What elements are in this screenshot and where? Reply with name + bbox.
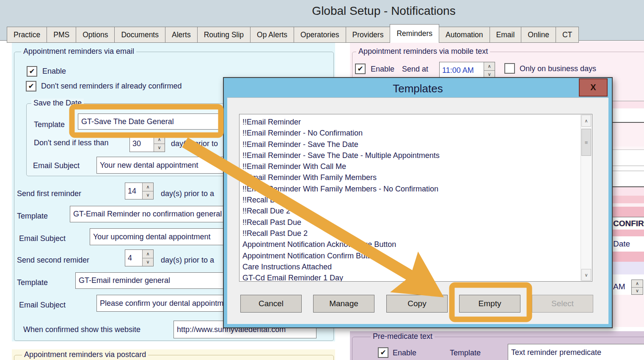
spin-down-button[interactable]: ∨ — [154, 144, 165, 152]
std-min-days-value: 30 — [130, 136, 154, 152]
tab-ct[interactable]: CT — [556, 27, 579, 43]
template-list-item[interactable]: !!Email Reminder - Save The Date - Multi… — [242, 150, 578, 161]
save-the-date-title: Save the Date — [31, 99, 84, 108]
std-template-field[interactable]: GT-Save The Date General — [78, 114, 219, 130]
std-min-days-stepper[interactable]: 30 ∧ ∨ — [129, 135, 165, 152]
template-list-item[interactable]: !!Email Reminder — [242, 116, 578, 127]
empty-button[interactable]: Empty — [459, 295, 520, 313]
check-icon: ✔ — [28, 82, 34, 91]
check-icon: ✔ — [380, 348, 386, 357]
template-list-item[interactable]: !!Recall Past Due — [242, 217, 578, 228]
second-subject-value: Please confirm your dental appointment — [100, 299, 234, 308]
spin-down-button[interactable]: ∨ — [143, 191, 153, 199]
tab-reminders[interactable]: Reminders — [390, 24, 439, 43]
caret-down-icon: ∨ — [157, 145, 161, 150]
std-subject-field[interactable]: Your new dental appointment — [96, 157, 243, 174]
spin-down-button[interactable]: ∨ — [632, 287, 643, 295]
template-list-item[interactable]: !!Email Reminder With Family Members - N… — [242, 183, 578, 194]
template-list-item[interactable]: GT-Cd Email Reminder 1 Day — [242, 272, 578, 282]
spin-up-button[interactable]: ∧ — [143, 183, 153, 191]
template-list-item[interactable]: !!Recall Due — [242, 194, 578, 205]
cancel-button[interactable]: Cancel — [240, 295, 302, 313]
copy-button[interactable]: Copy — [386, 295, 448, 313]
enable-mobile-checkbox[interactable]: ✔ — [355, 64, 366, 74]
scroll-down-button[interactable]: ∨ — [581, 269, 591, 281]
spin-up-button[interactable]: ∧ — [632, 280, 643, 287]
first-reminder-label: Send first reminder — [17, 189, 81, 198]
caret-down-icon: ∨ — [146, 260, 149, 264]
tab-email[interactable]: Email — [490, 27, 522, 43]
tab-routing-slip[interactable]: Routing Slip — [197, 27, 250, 43]
tab-automation[interactable]: Automation — [439, 27, 490, 43]
std-template-label: Template — [34, 120, 65, 129]
scroll-up-button[interactable]: ∧ — [581, 115, 591, 127]
second-reminder-label: Send second remider — [17, 256, 89, 265]
template-list-item[interactable]: !!Email Reminder - Save The Date — [242, 139, 578, 150]
business-days-label: Only on business days — [520, 64, 596, 73]
enable-mobile-label: Enable — [371, 65, 394, 74]
tab-alerts[interactable]: Alerts — [165, 27, 198, 43]
enable-premedicate-checkbox[interactable]: ✔ — [378, 347, 388, 358]
caret-up-icon: ∧ — [584, 118, 588, 124]
enable-email-checkbox[interactable]: ✔ — [27, 66, 37, 77]
time-stepper-fragment[interactable]: ∧ ∨ — [631, 280, 643, 295]
dont-send-confirmed-checkbox[interactable]: ✔ — [26, 81, 36, 91]
second-template-value: GT-Email reminder general — [79, 276, 170, 285]
scrollbar-thumb[interactable]: ≡ — [581, 129, 591, 156]
send-at-label: Send at — [402, 65, 428, 74]
close-button[interactable]: X — [579, 78, 608, 97]
send-at-time-stepper[interactable]: 11:00 AM ∧ ∨ — [439, 62, 495, 79]
caret-up-icon: ∧ — [157, 137, 161, 142]
first-reminder-suffix: day(s) prior to a — [161, 189, 214, 198]
template-list-item[interactable]: Appointment Notification Acknowledge But… — [242, 239, 578, 250]
template-list-item[interactable]: Care Instructions Attached — [242, 261, 578, 272]
tab-options[interactable]: Options — [76, 27, 115, 43]
manage-button[interactable]: Manage — [313, 295, 374, 313]
spin-up-button[interactable]: ∧ — [143, 250, 153, 258]
template-list-item[interactable]: !!Recall Due 2 — [242, 205, 578, 216]
tab-practice[interactable]: Practice — [7, 27, 47, 43]
premedicate-template-value: Text reminder premedicate — [511, 348, 601, 357]
list-scrollbar[interactable]: ∧ ≡ ∨ — [581, 115, 592, 281]
select-button: Select — [532, 295, 593, 313]
check-icon: ✔ — [357, 64, 363, 73]
templates-list: !!Email Reminder !!Email Reminder - No C… — [242, 116, 578, 282]
postcard-panel-title: Appointment reminders via postcard — [22, 350, 148, 359]
second-template-label: Template — [17, 278, 48, 287]
caret-down-icon: ∨ — [636, 288, 639, 293]
first-reminder-days-stepper[interactable]: 14 ∧ ∨ — [125, 183, 154, 199]
premedicate-template-label: Template — [450, 349, 481, 357]
tab-op-alerts[interactable]: Op Alerts — [250, 27, 294, 43]
tab-providers[interactable]: Providers — [346, 27, 391, 43]
spin-up-button[interactable]: ∧ — [484, 62, 495, 70]
caret-up-icon: ∧ — [146, 185, 149, 189]
templates-listbox[interactable]: !!Email Reminder !!Email Reminder - No C… — [239, 114, 592, 282]
caret-up-icon: ∧ — [146, 252, 149, 256]
enable-premedicate-label: Enable — [393, 349, 416, 357]
caret-down-icon: ∨ — [584, 272, 588, 278]
second-reminder-days-stepper[interactable]: 4 ∧ ∨ — [125, 249, 154, 266]
caret-up-icon: ∧ — [487, 64, 491, 69]
std-subject-value: Your new dental appointment — [100, 161, 198, 170]
window-title: Global Setup - Notifications — [62, 4, 644, 18]
first-template-label: Template — [17, 212, 48, 221]
template-list-item[interactable]: Appointment Notification Confirm Button — [242, 250, 578, 261]
enable-email-label: Enable — [42, 67, 66, 76]
tab-pms[interactable]: PMS — [47, 27, 76, 43]
first-reminder-days-value: 14 — [125, 183, 142, 199]
template-list-item[interactable]: !!Email Reminder - No Confirmation — [242, 127, 578, 138]
spin-down-button[interactable]: ∨ — [143, 258, 153, 266]
second-reminder-suffix: day(s) prior to a — [161, 256, 214, 265]
tab-documents[interactable]: Documents — [114, 27, 165, 43]
check-icon: ✔ — [29, 67, 35, 76]
template-list-item[interactable]: !!Recall Past Due 2 — [242, 228, 578, 239]
tab-online[interactable]: Online — [521, 27, 556, 43]
tab-operatories[interactable]: Operatories — [294, 27, 346, 43]
business-days-checkbox[interactable] — [504, 63, 515, 74]
template-list-item[interactable]: !!Email Reminder With Call Me — [242, 161, 578, 172]
premedicate-template-field[interactable]: Text reminder premedicate — [508, 344, 644, 360]
spin-up-button[interactable]: ∧ — [154, 136, 165, 144]
first-subject-value: Your upcoming dental appointment — [93, 233, 211, 241]
tab-bar: Practice PMS Options Documents Alerts Ro… — [7, 24, 579, 43]
template-list-item[interactable]: !!Email Reminder With Family Members — [242, 172, 578, 183]
